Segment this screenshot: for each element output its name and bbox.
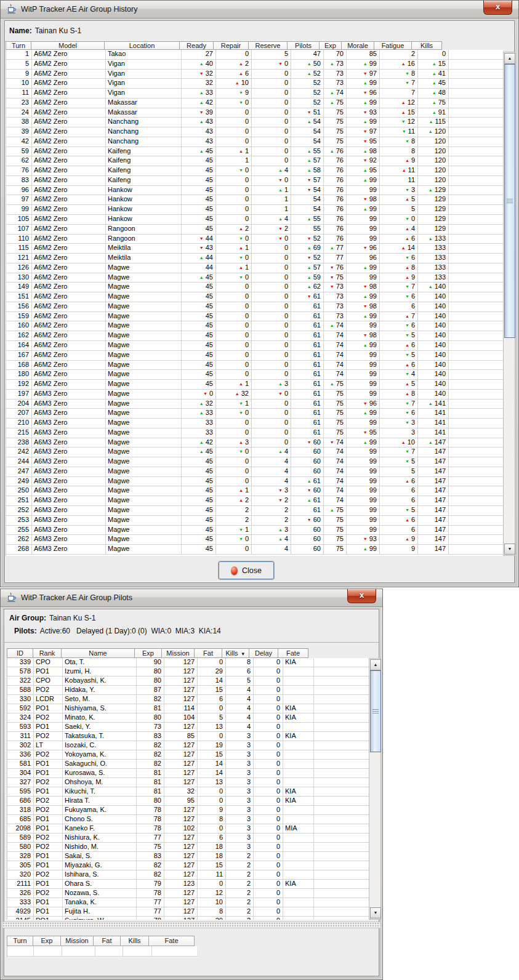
- table-row[interactable]: 168A6M2 ZeroMagwe4500617499▲6140: [6, 361, 503, 371]
- table-row[interactable]: 215A6M3 ZeroMagwe33006175▼953141: [6, 428, 503, 438]
- scroll-up-button[interactable]: ▲: [370, 659, 381, 670]
- table-row[interactable]: 249A6M3 ZeroMagwe4504▲617499▲6147: [6, 477, 503, 487]
- table-row[interactable]: 160A6M2 ZeroMagwe450061▲7499▼6140: [6, 321, 503, 331]
- table-row[interactable]: 2145PO1Sugimura, W.781272020: [7, 917, 369, 920]
- table-row[interactable]: 59A6M2 ZeroKaifeng▲45▲10▲55▲76▲988120: [6, 147, 503, 157]
- scroll-down-button[interactable]: ▼: [370, 907, 381, 918]
- table-row[interactable]: 99A6M2 ZeroHankow45015476▲995129: [6, 205, 503, 215]
- column-header-fatigue[interactable]: Fatigue: [374, 41, 412, 50]
- table-row[interactable]: 149A6M2 ZeroMagwe4500▲62▼73▼98▼7▲140: [6, 283, 503, 292]
- table-row[interactable]: 686PO2Hirata T.8095030KIA: [7, 797, 369, 806]
- table-row[interactable]: 589PO2Nishiura, K.77127630: [7, 833, 369, 843]
- table-row[interactable]: 156A6M2 ZeroMagwe45006173▼986140: [6, 302, 503, 312]
- table-row[interactable]: 2098PO1Kaneko F.78102030MIA: [7, 824, 369, 833]
- split-pane-divider[interactable]: [2, 922, 380, 928]
- table-row[interactable]: 302LTIsozaki, C.821271930: [7, 741, 369, 750]
- column-header-mission[interactable]: Mission: [161, 648, 195, 658]
- table-row[interactable]: 327PO2Ohshoya, M.811271330: [7, 778, 369, 787]
- column-header-name[interactable]: Name: [61, 648, 135, 658]
- table-row[interactable]: 39A6M2 ZeroNanchang43005475▼97▼11▲120: [6, 127, 503, 137]
- column-header-kills[interactable]: Kills▼: [222, 648, 249, 658]
- table-row[interactable]: 180A6M2 ZeroMagwe4500617499▼4140: [6, 370, 503, 380]
- table-row[interactable]: 339CPOOta, T.90127080KIA: [7, 658, 369, 667]
- column-header-kills[interactable]: Kills: [120, 936, 149, 946]
- table-row[interactable]: 207A6M3 ZeroMagwe▲33▼006175▲99▼6141: [6, 409, 503, 419]
- table-row[interactable]: 167A6M2 ZeroMagwe4500617499▼5140: [6, 351, 503, 361]
- table-row[interactable]: 588PO2Hidaka, Y.871271540: [7, 686, 369, 695]
- table-row[interactable]: 62A6M2 ZeroKaifeng4510▲5776▼92▲9120: [6, 156, 503, 166]
- table-row[interactable]: 252A6M3 ZeroMagwe452261▲7599▼5147: [6, 506, 503, 516]
- table-row[interactable]: 238A6M3 ZeroMagwe▲42▲30▼60▼74▲99▲10▲147: [6, 438, 503, 448]
- scroll-down-button[interactable]: ▼: [504, 544, 515, 555]
- table-row[interactable]: 250A6M3 ZeroMagwe45▲1▼3▼6074996147: [6, 486, 503, 496]
- table-row[interactable]: 9A6M2 ZeroVigan▼32▲60▲5273▼97▼8▲41: [6, 70, 503, 79]
- column-header-fate[interactable]: Fate: [278, 648, 308, 658]
- vertical-scrollbar[interactable]: ▲ ▼: [503, 52, 515, 556]
- table-row[interactable]: 324PO2Minato, K.80104540KIA: [7, 713, 369, 723]
- table-row[interactable]: 244A6M3 ZeroMagwe4504607499▼5147: [6, 457, 503, 467]
- table-row[interactable]: 192A6M2 ZeroMagwe45▲1▲361▲7599▲5140: [6, 380, 503, 390]
- table-row[interactable]: 42A6M2 ZeroNanchang43005475▼95▼8120: [6, 137, 503, 147]
- column-header-morale[interactable]: Morale: [341, 41, 374, 50]
- table-row[interactable]: 162A6M2 ZeroMagwe45006174▼98▼5140: [6, 331, 503, 341]
- table-row[interactable]: 23A6M2 ZeroMakassar▲42▼0052▲75▲99▲12▲75: [6, 98, 503, 108]
- table-row[interactable]: 311PO2Takatsuka, T.8385030KIA: [7, 732, 369, 741]
- table-row[interactable]: 268A6M3 ZeroMagwe45046075▲999147: [6, 545, 503, 555]
- close-button[interactable]: Close: [219, 561, 274, 579]
- table-row[interactable]: 318PO2Fukuyama, K.78127930: [7, 806, 369, 815]
- column-header-reserve[interactable]: Reserve: [248, 41, 288, 50]
- column-header-id[interactable]: ID: [7, 648, 33, 658]
- table-row[interactable]: 255A6M3 ZeroMagwe45▼1▲36075996147: [6, 526, 503, 536]
- column-header-kills[interactable]: Kills: [411, 41, 442, 50]
- table-row[interactable]: 336PO2Yokoyama, K.821271530: [7, 750, 369, 760]
- table-row[interactable]: 4929PO1Fujita H.77127820: [7, 907, 369, 917]
- table-row[interactable]: 10A6M2 ZeroVigan32▲1005273▲99▼7▲45: [6, 79, 503, 89]
- column-header-ready[interactable]: Ready: [179, 41, 214, 50]
- table-row[interactable]: 1A6M2 ZeroTakao270547708520: [6, 50, 503, 60]
- table-row[interactable]: 580PO2Nishido, M.751271830: [7, 843, 369, 852]
- table-row[interactable]: 210A6M3 ZeroMagwe3300617599▼3141: [6, 419, 503, 428]
- close-window-button[interactable]: x: [483, 1, 512, 15]
- table-row[interactable]: 121A6M2 ZeroMeiktila▲44▼00▼527796▼6133: [6, 254, 503, 263]
- table-row[interactable]: 11A6M2 ZeroVigan▲33▼9052▲74▼967▲48: [6, 89, 503, 98]
- scroll-up-button[interactable]: ▲: [504, 53, 515, 64]
- table-row[interactable]: 251A6M3 ZeroMagwe45▲2▼2▲6174996147: [6, 496, 503, 506]
- column-header-repair[interactable]: Repair: [213, 41, 249, 50]
- table-row[interactable]: 83A6M2 ZeroKaifeng450▼0▼5776▲9911120: [6, 176, 503, 186]
- table-row[interactable]: 105A6M2 ZeroHankow450▲4▲557699▼0129: [6, 215, 503, 225]
- table-row[interactable]: 107A6M2 ZeroRangoon45▲2▼2557699▲4129: [6, 225, 503, 235]
- table-row[interactable]: 96A6M2 ZeroHankow450▲1▼547699▼3▲129: [6, 186, 503, 196]
- table-row[interactable]: 126A6M2 ZeroMagwe44▲10▲57▼76▲99▲8133: [6, 263, 503, 273]
- table-row[interactable]: 242A6M3 ZeroMagwe▲45▼0▲4607499▼7147: [6, 448, 503, 457]
- table-row[interactable]: 5A6M2 ZeroVigan▲40▲2▼0▲50▲73▲99▲16▲15: [6, 60, 503, 70]
- column-header-exp[interactable]: Exp: [33, 936, 61, 946]
- title-bar[interactable]: WitP Tracker AE Air Group Pilots x: [1, 589, 382, 607]
- table-row[interactable]: 685PO1Chono S.78127830: [7, 815, 369, 824]
- table-row[interactable]: 197A6M3 ZeroMagwe▼0▲32▼0617599▲8140: [6, 390, 503, 400]
- table-row[interactable]: 76A6M2 ZeroKaifeng45▼0▲4▲5876▲95▲11120: [6, 166, 503, 176]
- table-row[interactable]: 97A6M2 ZeroHankow45015476▼98▲5129: [6, 195, 503, 205]
- table-row[interactable]: 578PO1Izumi, H.801272960: [7, 667, 369, 677]
- table-row[interactable]: 247A6M3 ZeroMagwe45046074995147: [6, 467, 503, 477]
- column-header-rank[interactable]: Rank: [33, 648, 62, 658]
- table-row[interactable]: 322CPOKobayashi, K.801271450: [7, 677, 369, 686]
- table-row[interactable]: 2111PO1Ohara S.79123020KIA: [7, 880, 369, 889]
- table-row[interactable]: 262A6M3 ZeroMagwe45▼0▲46075▼93▲9147: [6, 535, 503, 545]
- table-row[interactable]: 115A6M2 ZeroMeiktila▼43▲10▲69▲77▼96▲1413…: [6, 244, 503, 254]
- table-row[interactable]: 159A6M2 ZeroMagwe45006173▲99▲7140: [6, 312, 503, 322]
- column-header-delay[interactable]: Delay: [249, 648, 278, 658]
- table-row[interactable]: 592PO1Nishiyama, S.81114040KIA: [7, 704, 369, 713]
- column-header-model[interactable]: Model: [31, 41, 105, 50]
- table-row[interactable]: [7, 946, 199, 957]
- table-row[interactable]: 581PO1Sakaguchi, O.821271430: [7, 760, 369, 769]
- table-row[interactable]: 333PO1Tanaka, K.771271020: [7, 898, 369, 907]
- table-row[interactable]: 204A6M3 ZeroMagwe▲32▼106175▼96▼7▲141: [6, 400, 503, 409]
- column-header-fat[interactable]: Fat: [194, 648, 222, 658]
- table-row[interactable]: 151A6M2 ZeroMagwe4500▼6173▲99▼6140: [6, 292, 503, 302]
- column-header-exp[interactable]: Exp: [134, 648, 162, 658]
- column-header-mission[interactable]: Mission: [60, 936, 94, 946]
- close-window-button[interactable]: x: [347, 589, 376, 603]
- table-row[interactable]: 38A6M2 ZeroNanchang▲4300▲5475▲99▼12▲115: [6, 118, 503, 127]
- column-header-fate[interactable]: Fate: [148, 936, 195, 946]
- scrollbar-thumb[interactable]: [370, 670, 381, 752]
